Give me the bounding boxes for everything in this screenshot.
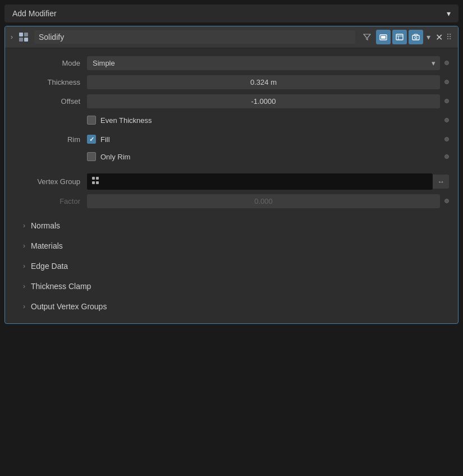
svg-rect-5 [381, 36, 386, 39]
output-vertex-groups-label: Output Vertex Groups [31, 302, 107, 311]
modifier-viewport-button[interactable] [392, 30, 407, 44]
output-vertex-groups-chevron: › [23, 303, 25, 310]
rim-fill-dot [444, 137, 449, 141]
factor-field [87, 194, 440, 208]
modifier-filter-button[interactable] [360, 30, 374, 44]
even-thickness-checkbox[interactable] [87, 116, 96, 125]
thickness-clamp-section[interactable]: › Thickness Clamp [14, 276, 449, 296]
thickness-label: Thickness [14, 78, 87, 86]
svg-point-10 [415, 36, 417, 39]
modifier-drag-handle[interactable]: ⠿ [446, 33, 452, 42]
rim-label: Rim [14, 135, 87, 144]
modifier-render-button[interactable] [376, 30, 391, 44]
offset-dot [444, 99, 449, 103]
vertex-group-row: Vertex Group [14, 173, 449, 190]
even-thickness-dot [444, 118, 449, 122]
spacer-1 [14, 168, 449, 173]
vertex-group-icon [87, 173, 105, 190]
add-modifier-label: Add Modifier [12, 9, 57, 18]
vertex-group-field: ↔ [87, 173, 449, 190]
vertex-group-swap-button[interactable]: ↔ [433, 175, 449, 189]
vertex-group-input-wrapper: ↔ [87, 173, 449, 190]
materials-chevron: › [23, 242, 25, 250]
materials-label: Materials [31, 241, 63, 250]
even-thickness-wrapper: Even Thickness [87, 116, 440, 125]
modifier-collapse-chevron[interactable]: › [11, 33, 13, 41]
factor-input[interactable] [87, 194, 440, 208]
edge-data-section[interactable]: › Edge Data [14, 256, 449, 276]
modifier-more-chevron[interactable]: ▾ [425, 33, 432, 42]
only-rim-dot [444, 154, 449, 159]
offset-input[interactable] [87, 94, 440, 108]
only-rim-checkbox[interactable] [87, 152, 96, 161]
thickness-row: Thickness [14, 74, 449, 90]
modifier-body: Mode Simple Complex Thickness Offset [5, 48, 458, 323]
thickness-clamp-chevron: › [23, 282, 25, 290]
even-thickness-label: Even Thickness [100, 116, 152, 125]
svg-rect-0 [19, 33, 23, 36]
normals-chevron: › [23, 222, 25, 230]
mode-dot [444, 61, 449, 65]
mode-row: Mode Simple Complex [14, 55, 449, 71]
edge-data-chevron: › [23, 262, 25, 270]
rim-fill-wrapper: Fill [87, 135, 440, 144]
factor-dot [444, 199, 449, 203]
svg-rect-12 [96, 177, 99, 180]
factor-row: Factor [14, 193, 449, 209]
offset-field [87, 94, 440, 108]
offset-label: Offset [14, 97, 87, 106]
vertex-group-label: Vertex Group [14, 177, 87, 186]
add-modifier-bar[interactable]: Add Modifier ▾ [4, 4, 459, 22]
rim-fill-label: Fill [100, 135, 110, 144]
svg-rect-14 [96, 181, 99, 184]
thickness-input[interactable] [87, 75, 440, 89]
mode-field: Simple Complex [87, 56, 440, 70]
output-vertex-groups-section[interactable]: › Output Vertex Groups [14, 296, 449, 317]
svg-rect-2 [19, 38, 23, 42]
normals-label: Normals [31, 221, 60, 230]
modifier-camera-button[interactable] [409, 30, 423, 44]
rim-fill-checkbox[interactable] [87, 135, 96, 144]
thickness-dot [444, 80, 449, 84]
vertex-group-inner [87, 173, 433, 190]
modifier-type-icon [17, 31, 30, 43]
mode-select-wrapper: Simple Complex [87, 56, 440, 70]
modifier-close-button[interactable]: ✕ [434, 32, 444, 43]
svg-rect-11 [92, 177, 95, 180]
offset-row: Offset [14, 93, 449, 109]
vertex-group-input[interactable] [105, 175, 433, 189]
modifier-header-icons: ▾ ✕ ⠿ [360, 30, 452, 44]
mode-label: Mode [14, 59, 87, 67]
mode-select[interactable]: Simple Complex [87, 56, 440, 70]
rim-fill-row: Rim Fill [14, 131, 449, 147]
materials-section[interactable]: › Materials [14, 236, 449, 256]
normals-section[interactable]: › Normals [14, 216, 449, 236]
svg-rect-1 [24, 33, 28, 36]
svg-rect-3 [24, 38, 28, 42]
thickness-field [87, 75, 440, 89]
only-rim-wrapper: Only Rim [87, 152, 440, 161]
only-rim-label: Only Rim [100, 153, 130, 161]
svg-rect-6 [396, 34, 403, 40]
even-thickness-row: Even Thickness [14, 112, 449, 128]
edge-data-label: Edge Data [31, 262, 68, 271]
svg-rect-13 [92, 181, 95, 184]
only-rim-row: Only Rim [14, 149, 449, 164]
factor-label: Factor [14, 197, 87, 205]
svg-rect-9 [412, 35, 419, 40]
thickness-clamp-label: Thickness Clamp [31, 282, 91, 291]
modifier-panel: › [4, 26, 459, 324]
modifier-name-input[interactable] [34, 30, 355, 44]
modifier-header: › [5, 26, 458, 48]
add-modifier-chevron: ▾ [447, 9, 451, 18]
